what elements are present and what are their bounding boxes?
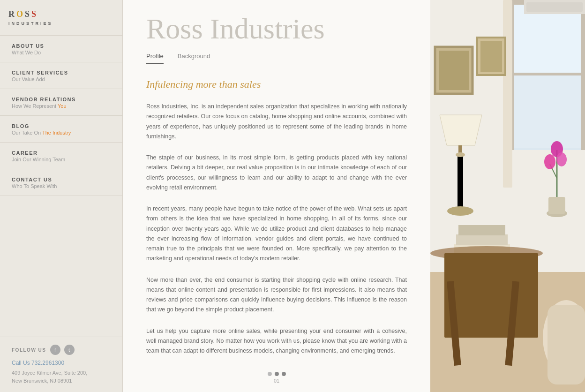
- room-image: [430, 0, 585, 392]
- logo-letter-s1: S: [25, 9, 31, 19]
- svg-rect-8: [514, 75, 581, 148]
- sidebar-item-vendor-relations[interactable]: VENDOR RELATIONS How We Represent You: [0, 89, 122, 116]
- svg-marker-14: [440, 115, 482, 145]
- address: 409 Joyce Kilmer Ave, Suite 200, New Bru…: [12, 369, 114, 384]
- sidebar-item-vendor-relations-subtitle-highlight: You: [58, 103, 67, 109]
- logo-subtitle: INDUSTRIES: [8, 21, 114, 26]
- svg-rect-6: [510, 73, 585, 75]
- nav-menu: ABOUT US What We Do CLIENT SERVICES Our …: [0, 36, 122, 337]
- svg-rect-11: [439, 51, 469, 90]
- svg-rect-25: [548, 197, 565, 214]
- sidebar-item-about-us[interactable]: ABOUT US What We Do: [0, 36, 122, 62]
- svg-rect-34: [548, 305, 585, 384]
- paragraph-3: In recent years, many people have begun …: [146, 204, 407, 264]
- sidebar-item-about-us-title: ABOUT US: [12, 43, 114, 49]
- phone-number[interactable]: Call Us 732.2961300: [12, 360, 114, 366]
- page-tagline: Infulencing more than sales: [146, 78, 407, 90]
- address-line1: 409 Joyce Kilmer Ave, Suite 200,: [12, 370, 87, 376]
- sidebar-item-blog-subtitle: Our Take On The Industry: [12, 130, 114, 136]
- follow-us-row: FOLLOW US f t: [12, 345, 114, 355]
- sidebar-item-client-services-subtitle: Our Value Add: [12, 76, 114, 82]
- svg-rect-16: [458, 155, 463, 211]
- page-number: 01: [146, 378, 407, 388]
- sidebar-item-client-services-title: CLIENT SERVICES: [12, 70, 114, 75]
- tab-profile[interactable]: Profile: [146, 53, 164, 64]
- svg-rect-9: [503, 0, 512, 188]
- sidebar-item-career[interactable]: CAREER Join Our Winning Team: [0, 143, 122, 169]
- svg-point-21: [544, 154, 555, 169]
- svg-rect-7: [514, 5, 581, 73]
- sidebar-item-career-subtitle: Join Our Winning Team: [12, 157, 114, 162]
- pagination-dot-3[interactable]: [282, 372, 286, 376]
- paragraph-1: Ross Industries, Inc. is an independent …: [146, 102, 407, 142]
- svg-rect-30: [444, 253, 538, 338]
- sidebar-item-blog-subtitle-plain: Our Take On: [12, 130, 42, 136]
- paragraph-2: The staple of our business, in its most …: [146, 153, 407, 193]
- pagination-dot-2[interactable]: [275, 372, 279, 376]
- svg-rect-13: [480, 41, 502, 72]
- tab-background[interactable]: Background: [178, 53, 210, 64]
- logo-area: R O S S INDUSTRIES: [0, 0, 122, 36]
- logo-letter-r: R: [8, 9, 16, 19]
- sidebar-item-blog[interactable]: BLOG Our Take On The Industry: [0, 116, 122, 143]
- svg-point-23: [556, 152, 567, 166]
- sidebar-item-vendor-relations-subtitle: How We Represent You: [12, 103, 114, 109]
- pagination-row: [146, 367, 407, 378]
- room-scene-svg: [430, 0, 585, 392]
- sidebar-item-vendor-relations-subtitle-plain: How We Represent: [12, 103, 58, 109]
- logo-letter-o: O: [16, 9, 25, 19]
- follow-us-label: FOLLOW US: [12, 347, 46, 353]
- sidebar-item-about-us-subtitle: What We Do: [12, 50, 114, 55]
- sidebar: R O S S INDUSTRIES ABOUT US What We Do C…: [0, 0, 123, 392]
- sidebar-item-career-title: CAREER: [12, 150, 114, 156]
- sidebar-item-contact-us-subtitle: Who To Speak With: [12, 183, 114, 189]
- tabs-row: Profile Background: [146, 53, 407, 64]
- svg-rect-27: [456, 234, 508, 245]
- footer-area: FOLLOW US f t Call Us 732.2961300 409 Jo…: [0, 337, 122, 392]
- pagination-dot-1[interactable]: [268, 372, 272, 376]
- main-content: Ross Industries Profile Background Inful…: [123, 0, 430, 392]
- page-header: Ross Industries Profile Background: [123, 0, 430, 64]
- address-line2: New Brunswick, NJ 08901: [12, 378, 72, 384]
- page-title: Ross Industries: [146, 14, 407, 43]
- twitter-icon[interactable]: t: [64, 345, 75, 355]
- svg-point-17: [456, 152, 465, 157]
- sidebar-item-contact-us-title: CONTACT US: [12, 177, 114, 182]
- facebook-icon[interactable]: f: [50, 345, 60, 355]
- sidebar-item-contact-us[interactable]: CONTACT US Who To Speak With: [0, 169, 122, 196]
- paragraph-4: Now more than ever, the end consumer is …: [146, 275, 407, 315]
- sidebar-item-client-services[interactable]: CLIENT SERVICES Our Value Add: [0, 62, 122, 89]
- image-panel: [430, 0, 585, 392]
- logo-letter-s2: S: [31, 9, 38, 19]
- logo: R O S S INDUSTRIES: [8, 9, 114, 26]
- sidebar-item-vendor-relations-title: VENDOR RELATIONS: [12, 97, 114, 102]
- paragraph-5: Let us help you capture more online sale…: [146, 326, 407, 356]
- sidebar-item-blog-subtitle-highlight: The Industry: [42, 130, 71, 136]
- sidebar-item-blog-title: BLOG: [12, 123, 114, 129]
- svg-rect-28: [458, 225, 505, 235]
- svg-point-18: [447, 206, 473, 216]
- page-body: Infulencing more than sales Ross Industr…: [123, 64, 430, 392]
- svg-rect-36: [526, 2, 583, 12]
